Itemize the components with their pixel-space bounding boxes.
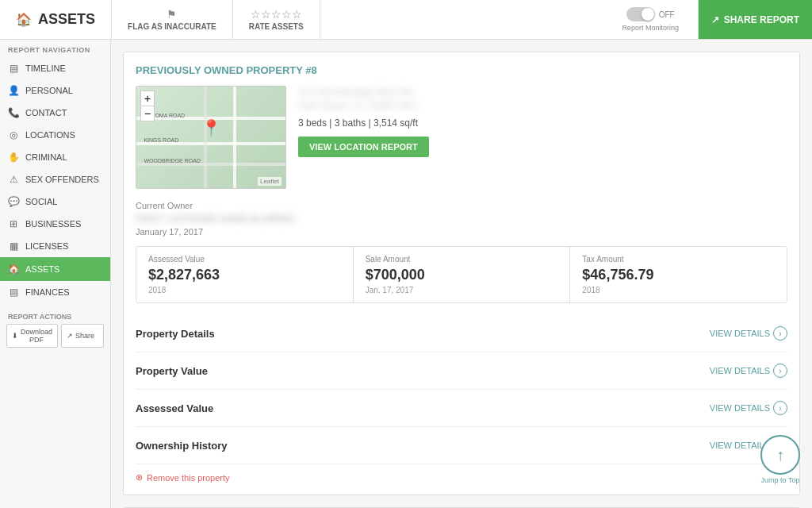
share-button[interactable]: ↗ Share bbox=[61, 324, 104, 348]
ownership-history-label: Ownership History bbox=[136, 440, 228, 452]
owner-name: FIRST LASTNAME NAME BLURRED bbox=[136, 214, 787, 225]
sidebar-item-label: BUSINESSES bbox=[25, 219, 81, 229]
assessed-value-year: 2018 bbox=[148, 286, 341, 294]
view-location-report-button[interactable]: VIEW LOCATION REPORT bbox=[298, 137, 429, 157]
sidebar-item-label: PERSONAL bbox=[25, 86, 73, 95]
property-8-top: ALGOMA ROAD KINGS ROAD WOODBRIDGE ROAD 📍… bbox=[136, 86, 787, 189]
businesses-icon: ⊞ bbox=[8, 218, 19, 229]
share-report-button[interactable]: ↗ SHARE REPORT bbox=[699, 0, 812, 39]
rate-nav-label: Rate Assets bbox=[249, 22, 304, 31]
sidebar-item-criminal[interactable]: ✋ CRIMINAL bbox=[0, 146, 110, 168]
criminal-icon: ✋ bbox=[8, 152, 19, 163]
assessed-value-link[interactable]: VIEW DETAILS › bbox=[710, 401, 787, 415]
chevron-circle-icon-1: › bbox=[773, 326, 787, 341]
sale-amount-cell: Sale Amount $700,000 Jan. 17, 2017 bbox=[354, 247, 571, 302]
assets-icon: 🏠 bbox=[8, 264, 19, 275]
sidebar-item-timeline[interactable]: ▤ TIMELINE bbox=[0, 57, 110, 79]
assessed-value-row-label: Assessed Value bbox=[136, 402, 213, 414]
report-actions-section: REPORT ACTIONS ⬇ Download PDF ↗ Share bbox=[0, 303, 110, 352]
sidebar-item-sex-offenders[interactable]: ⚠ SEX OFFENDERS bbox=[0, 168, 110, 190]
timeline-icon: ▤ bbox=[8, 63, 19, 74]
sidebar-item-locations[interactable]: ◎ LOCATIONS bbox=[0, 124, 110, 146]
map-watermark: Leaflet bbox=[258, 177, 282, 186]
rate-nav-item[interactable]: ☆☆☆☆☆ Rate Assets bbox=[233, 0, 320, 39]
download-icon: ⬇ bbox=[12, 332, 18, 340]
flag-icon: ⚑ bbox=[167, 8, 177, 21]
view-details-text-2: VIEW DETAILS bbox=[710, 366, 770, 375]
sidebar-item-licenses[interactable]: ▦ LICENSES bbox=[0, 235, 110, 257]
main-layout: REPORT NAVIGATION ▤ TIMELINE 👤 PERSONAL … bbox=[0, 40, 812, 508]
jump-to-top-circle: ↑ bbox=[760, 435, 800, 475]
share-small-label: Share bbox=[75, 332, 94, 340]
sidebar-item-personal[interactable]: 👤 PERSONAL bbox=[0, 79, 110, 102]
flag-nav-item[interactable]: ⚑ Flag As Inaccurate bbox=[112, 0, 233, 39]
jump-to-top-button[interactable]: ↑ Jump to Top bbox=[760, 435, 800, 484]
share-icon: ↗ bbox=[711, 14, 719, 25]
star-icons: ☆☆☆☆☆ bbox=[251, 8, 302, 21]
sidebar-item-label: LICENSES bbox=[25, 241, 68, 251]
property-8-map[interactable]: ALGOMA ROAD KINGS ROAD WOODBRIDGE ROAD 📍… bbox=[136, 86, 286, 189]
property-8-info: 123 Woodbridge Blvd Rd Palm Beach, FL 33… bbox=[298, 86, 787, 189]
share-small-icon: ↗ bbox=[67, 332, 73, 340]
map-road-label-2: KINGS ROAD bbox=[144, 137, 178, 143]
property-value-label: Property Value bbox=[136, 365, 208, 377]
assessed-value-cell: Assessed Value $2,827,663 2018 bbox=[136, 247, 354, 302]
licenses-icon: ▦ bbox=[8, 241, 19, 252]
sidebar-item-assets[interactable]: 🏠 ASSETS ▶ bbox=[0, 257, 110, 281]
sidebar-item-label: SEX OFFENDERS bbox=[25, 175, 99, 184]
chevron-circle-icon-3: › bbox=[773, 401, 787, 415]
sidebar-item-label: CONTACT bbox=[25, 108, 67, 117]
download-label: Download PDF bbox=[21, 328, 52, 344]
remove-icon: ⊗ bbox=[136, 472, 143, 483]
sidebar-item-label: SOCIAL bbox=[25, 197, 57, 206]
property-value-row: Property Value VIEW DETAILS › bbox=[136, 352, 787, 390]
sidebar-item-businesses[interactable]: ⊞ BUSINESSES bbox=[0, 213, 110, 235]
sidebar-item-finances[interactable]: ▤ FINANCES bbox=[0, 281, 110, 303]
flag-nav-label: Flag As Inaccurate bbox=[128, 22, 216, 31]
property-value-link[interactable]: VIEW DETAILS › bbox=[710, 364, 787, 378]
share-report-label: SHARE REPORT bbox=[724, 14, 799, 25]
assessed-value-label: Assessed Value bbox=[148, 255, 341, 264]
active-arrow: ▶ bbox=[94, 263, 102, 275]
ownership-history-row: Ownership History VIEW DETAILS › bbox=[136, 427, 787, 464]
chevron-circle-icon-2: › bbox=[773, 364, 787, 378]
property-details-row: Property Details VIEW DETAILS › bbox=[136, 315, 787, 352]
header-nav: ⚑ Flag As Inaccurate ☆☆☆☆☆ Rate Assets O… bbox=[112, 0, 812, 39]
assessed-value-row: Assessed Value VIEW DETAILS › bbox=[136, 390, 787, 427]
jump-to-top-label: Jump to Top bbox=[761, 476, 800, 484]
tax-year: 2018 bbox=[582, 286, 775, 294]
view-details-text-1: VIEW DETAILS bbox=[710, 329, 770, 338]
house-icon: 🏠 bbox=[16, 12, 32, 27]
toggle-track[interactable] bbox=[626, 7, 655, 21]
download-pdf-button[interactable]: ⬇ Download PDF bbox=[6, 324, 58, 348]
sidebar-item-contact[interactable]: 📞 CONTACT bbox=[0, 102, 110, 124]
content-area: PREVIOUSLY OWNED PROPERTY #8 ALGOMA ROAD… bbox=[111, 40, 812, 508]
map-zoom-out[interactable]: − bbox=[140, 106, 155, 121]
contact-icon: 📞 bbox=[8, 107, 19, 118]
social-icon: 💬 bbox=[8, 196, 19, 207]
toggle-label: OFF bbox=[659, 10, 675, 19]
sidebar-item-label: FINANCES bbox=[25, 287, 70, 297]
report-monitoring-toggle[interactable]: OFF Report Monitoring bbox=[603, 0, 699, 39]
property-8-values: Assessed Value $2,827,663 2018 Sale Amou… bbox=[136, 246, 787, 303]
action-buttons: ⬇ Download PDF ↗ Share bbox=[6, 324, 104, 348]
property-8-title: PREVIOUSLY OWNED PROPERTY #8 bbox=[136, 64, 787, 76]
sidebar-item-label: LOCATIONS bbox=[25, 130, 75, 140]
property-8-address: 123 Woodbridge Blvd Rd bbox=[298, 86, 787, 98]
nav-section-title: REPORT NAVIGATION bbox=[0, 40, 110, 57]
remove-property-button[interactable]: ⊗ Remove this property bbox=[136, 472, 787, 483]
property-details-label: Property Details bbox=[136, 328, 215, 340]
sidebar-item-social[interactable]: 💬 SOCIAL bbox=[0, 190, 110, 213]
owner-date: January 17, 2017 bbox=[136, 227, 787, 237]
locations-icon: ◎ bbox=[8, 129, 19, 140]
sale-date: Jan. 17, 2017 bbox=[366, 286, 558, 294]
sidebar-item-label: TIMELINE bbox=[25, 64, 66, 73]
current-owner-label: Current Owner bbox=[136, 201, 787, 210]
header: 🏠 ASSETS ⚑ Flag As Inaccurate ☆☆☆☆☆ Rate… bbox=[0, 0, 812, 40]
property-details-link[interactable]: VIEW DETAILS › bbox=[710, 326, 787, 341]
property-8-city: Palm Beach, FL 33480-4811 bbox=[298, 100, 787, 111]
sale-amount-label: Sale Amount bbox=[366, 255, 558, 264]
property-8-card: PREVIOUSLY OWNED PROPERTY #8 ALGOMA ROAD… bbox=[123, 52, 800, 495]
map-zoom-in[interactable]: + bbox=[140, 90, 155, 106]
map-road-label-3: WOODBRIDGE ROAD bbox=[144, 158, 201, 164]
